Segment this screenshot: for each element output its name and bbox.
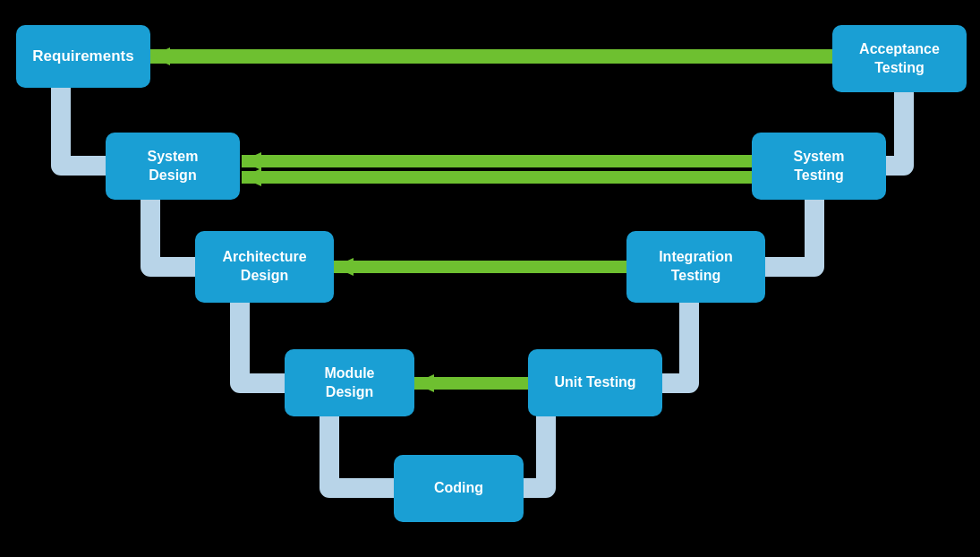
vmodel-diagram: Requirements SystemDesign ArchitectureDe… xyxy=(0,0,980,557)
svg-marker-1 xyxy=(150,47,170,65)
module-design-box: ModuleDesign xyxy=(285,349,414,416)
acceptance-testing-box: AcceptanceTesting xyxy=(832,25,967,92)
requirements-box: Requirements xyxy=(16,25,150,88)
svg-marker-5 xyxy=(242,168,261,186)
svg-marker-9 xyxy=(414,374,434,392)
unit-testing-box: Unit Testing xyxy=(528,349,662,416)
system-testing-box: SystemTesting xyxy=(752,133,886,200)
coding-box: Coding xyxy=(394,455,524,522)
svg-marker-7 xyxy=(334,258,354,276)
system-design-box: SystemDesign xyxy=(106,133,240,200)
integration-testing-box: IntegrationTesting xyxy=(626,231,765,303)
architecture-design-box: ArchitectureDesign xyxy=(195,231,334,303)
svg-marker-3 xyxy=(242,152,261,170)
